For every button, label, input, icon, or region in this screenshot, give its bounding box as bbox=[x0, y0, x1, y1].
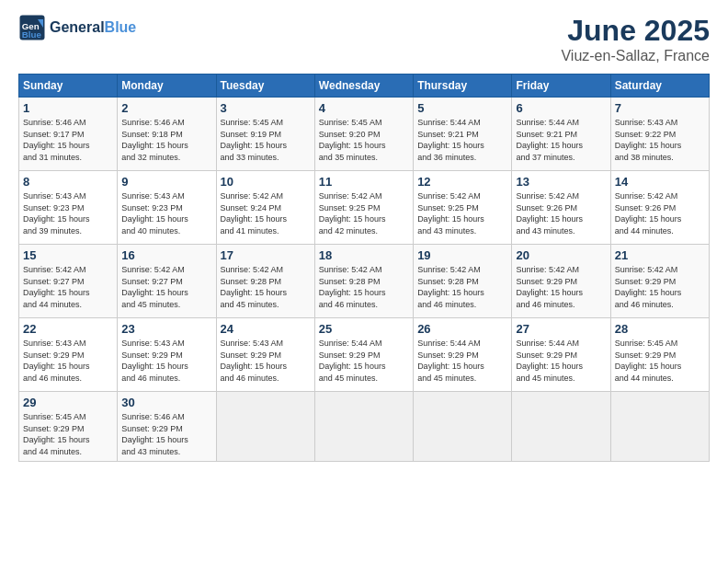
day-detail: Sunrise: 5:43 AM Sunset: 9:29 PM Dayligh… bbox=[23, 338, 113, 384]
day-detail: Sunrise: 5:42 AM Sunset: 9:27 PM Dayligh… bbox=[121, 264, 211, 310]
day-detail: Sunrise: 5:42 AM Sunset: 9:25 PM Dayligh… bbox=[319, 190, 409, 236]
day-detail: Sunrise: 5:45 AM Sunset: 9:29 PM Dayligh… bbox=[615, 338, 705, 384]
calendar-cell: 14 Sunrise: 5:42 AM Sunset: 9:26 PM Dayl… bbox=[610, 171, 709, 245]
calendar-table: Sunday Monday Tuesday Wednesday Thursday… bbox=[18, 74, 710, 462]
calendar-cell: 13 Sunrise: 5:42 AM Sunset: 9:26 PM Dayl… bbox=[512, 171, 610, 245]
day-number: 26 bbox=[417, 322, 507, 336]
calendar-cell: 7 Sunrise: 5:43 AM Sunset: 9:22 PM Dayli… bbox=[610, 98, 709, 171]
subtitle: Viuz-en-Sallaz, France bbox=[561, 48, 710, 64]
day-detail: Sunrise: 5:42 AM Sunset: 9:26 PM Dayligh… bbox=[615, 190, 705, 236]
day-number: 16 bbox=[121, 248, 211, 262]
calendar-body: 1 Sunrise: 5:46 AM Sunset: 9:17 PM Dayli… bbox=[19, 98, 710, 462]
day-number: 21 bbox=[615, 248, 705, 262]
day-number: 28 bbox=[615, 322, 705, 336]
day-detail: Sunrise: 5:46 AM Sunset: 9:18 PM Dayligh… bbox=[121, 117, 211, 163]
calendar-cell: 25 Sunrise: 5:44 AM Sunset: 9:29 PM Dayl… bbox=[314, 318, 413, 392]
col-tuesday: Tuesday bbox=[216, 75, 314, 98]
day-number: 22 bbox=[23, 322, 113, 336]
day-number: 13 bbox=[516, 175, 606, 189]
day-detail: Sunrise: 5:43 AM Sunset: 9:22 PM Dayligh… bbox=[615, 117, 705, 163]
day-detail: Sunrise: 5:42 AM Sunset: 9:29 PM Dayligh… bbox=[516, 264, 606, 310]
day-detail: Sunrise: 5:45 AM Sunset: 9:29 PM Dayligh… bbox=[23, 411, 113, 457]
day-number: 9 bbox=[121, 175, 211, 189]
calendar-cell: 30 Sunrise: 5:46 AM Sunset: 9:29 PM Dayl… bbox=[118, 392, 216, 462]
day-detail: Sunrise: 5:42 AM Sunset: 9:28 PM Dayligh… bbox=[417, 264, 507, 310]
calendar-cell bbox=[610, 392, 709, 462]
day-detail: Sunrise: 5:43 AM Sunset: 9:23 PM Dayligh… bbox=[121, 190, 211, 236]
calendar-cell: 21 Sunrise: 5:42 AM Sunset: 9:29 PM Dayl… bbox=[610, 245, 709, 318]
day-detail: Sunrise: 5:44 AM Sunset: 9:21 PM Dayligh… bbox=[417, 117, 507, 163]
col-saturday: Saturday bbox=[610, 75, 709, 98]
calendar-cell: 1 Sunrise: 5:46 AM Sunset: 9:17 PM Dayli… bbox=[19, 98, 118, 171]
col-wednesday: Wednesday bbox=[314, 75, 413, 98]
logo-icon: Gen Blue bbox=[18, 14, 46, 41]
calendar-cell bbox=[216, 392, 314, 462]
day-number: 29 bbox=[23, 396, 113, 409]
day-number: 3 bbox=[221, 101, 311, 115]
calendar-cell: 6 Sunrise: 5:44 AM Sunset: 9:21 PM Dayli… bbox=[512, 98, 610, 171]
logo-blue: Blue bbox=[105, 19, 137, 35]
col-monday: Monday bbox=[118, 75, 216, 98]
day-detail: Sunrise: 5:46 AM Sunset: 9:17 PM Dayligh… bbox=[23, 117, 113, 163]
calendar-cell: 26 Sunrise: 5:44 AM Sunset: 9:29 PM Dayl… bbox=[414, 318, 512, 392]
day-number: 2 bbox=[121, 101, 211, 115]
calendar-cell: 11 Sunrise: 5:42 AM Sunset: 9:25 PM Dayl… bbox=[314, 171, 413, 245]
day-number: 20 bbox=[516, 248, 606, 262]
day-detail: Sunrise: 5:42 AM Sunset: 9:28 PM Dayligh… bbox=[319, 264, 409, 310]
day-number: 27 bbox=[516, 322, 606, 336]
title-block: June 2025 Viuz-en-Sallaz, France bbox=[561, 14, 710, 64]
col-friday: Friday bbox=[512, 75, 610, 98]
day-detail: Sunrise: 5:43 AM Sunset: 9:29 PM Dayligh… bbox=[221, 338, 311, 384]
calendar-cell: 12 Sunrise: 5:42 AM Sunset: 9:25 PM Dayl… bbox=[414, 171, 512, 245]
calendar-cell bbox=[414, 392, 512, 462]
day-detail: Sunrise: 5:45 AM Sunset: 9:20 PM Dayligh… bbox=[319, 117, 409, 163]
calendar-cell: 28 Sunrise: 5:45 AM Sunset: 9:29 PM Dayl… bbox=[610, 318, 709, 392]
day-number: 11 bbox=[319, 175, 409, 189]
logo-text-block: GeneralBlue bbox=[50, 19, 136, 36]
day-number: 10 bbox=[221, 175, 311, 189]
day-detail: Sunrise: 5:42 AM Sunset: 9:29 PM Dayligh… bbox=[615, 264, 705, 310]
page: Gen Blue GeneralBlue June 2025 Viuz-en-S… bbox=[0, 0, 728, 563]
day-number: 1 bbox=[23, 101, 113, 115]
day-detail: Sunrise: 5:42 AM Sunset: 9:28 PM Dayligh… bbox=[221, 264, 311, 310]
day-number: 15 bbox=[23, 248, 113, 262]
day-detail: Sunrise: 5:44 AM Sunset: 9:21 PM Dayligh… bbox=[516, 117, 606, 163]
calendar-cell bbox=[314, 392, 413, 462]
calendar-cell: 24 Sunrise: 5:43 AM Sunset: 9:29 PM Dayl… bbox=[216, 318, 314, 392]
day-number: 18 bbox=[319, 248, 409, 262]
day-detail: Sunrise: 5:43 AM Sunset: 9:23 PM Dayligh… bbox=[23, 190, 113, 236]
calendar-cell: 19 Sunrise: 5:42 AM Sunset: 9:28 PM Dayl… bbox=[414, 245, 512, 318]
day-detail: Sunrise: 5:44 AM Sunset: 9:29 PM Dayligh… bbox=[417, 338, 507, 384]
day-number: 17 bbox=[221, 248, 311, 262]
day-detail: Sunrise: 5:42 AM Sunset: 9:25 PM Dayligh… bbox=[417, 190, 507, 236]
logo-general: General bbox=[50, 19, 105, 35]
day-number: 24 bbox=[221, 322, 311, 336]
day-detail: Sunrise: 5:42 AM Sunset: 9:24 PM Dayligh… bbox=[221, 190, 311, 236]
calendar-cell: 15 Sunrise: 5:42 AM Sunset: 9:27 PM Dayl… bbox=[19, 245, 118, 318]
logo: Gen Blue GeneralBlue bbox=[18, 14, 136, 41]
calendar-cell: 5 Sunrise: 5:44 AM Sunset: 9:21 PM Dayli… bbox=[414, 98, 512, 171]
day-number: 23 bbox=[121, 322, 211, 336]
day-detail: Sunrise: 5:42 AM Sunset: 9:26 PM Dayligh… bbox=[516, 190, 606, 236]
col-sunday: Sunday bbox=[19, 75, 118, 98]
day-number: 14 bbox=[615, 175, 705, 189]
calendar-cell: 20 Sunrise: 5:42 AM Sunset: 9:29 PM Dayl… bbox=[512, 245, 610, 318]
calendar-cell: 27 Sunrise: 5:44 AM Sunset: 9:29 PM Dayl… bbox=[512, 318, 610, 392]
calendar-cell: 9 Sunrise: 5:43 AM Sunset: 9:23 PM Dayli… bbox=[118, 171, 216, 245]
day-number: 7 bbox=[615, 101, 705, 115]
day-detail: Sunrise: 5:42 AM Sunset: 9:27 PM Dayligh… bbox=[23, 264, 113, 310]
day-detail: Sunrise: 5:43 AM Sunset: 9:29 PM Dayligh… bbox=[121, 338, 211, 384]
calendar-cell: 29 Sunrise: 5:45 AM Sunset: 9:29 PM Dayl… bbox=[19, 392, 118, 462]
calendar-cell: 3 Sunrise: 5:45 AM Sunset: 9:19 PM Dayli… bbox=[216, 98, 314, 171]
header: Gen Blue GeneralBlue June 2025 Viuz-en-S… bbox=[18, 14, 710, 64]
calendar-cell: 23 Sunrise: 5:43 AM Sunset: 9:29 PM Dayl… bbox=[118, 318, 216, 392]
calendar-cell: 2 Sunrise: 5:46 AM Sunset: 9:18 PM Dayli… bbox=[118, 98, 216, 171]
day-number: 30 bbox=[121, 396, 211, 409]
main-title: June 2025 bbox=[561, 14, 710, 48]
day-detail: Sunrise: 5:44 AM Sunset: 9:29 PM Dayligh… bbox=[319, 338, 409, 384]
day-detail: Sunrise: 5:45 AM Sunset: 9:19 PM Dayligh… bbox=[221, 117, 311, 163]
day-detail: Sunrise: 5:46 AM Sunset: 9:29 PM Dayligh… bbox=[121, 411, 211, 457]
day-number: 19 bbox=[417, 248, 507, 262]
calendar-cell: 8 Sunrise: 5:43 AM Sunset: 9:23 PM Dayli… bbox=[19, 171, 118, 245]
calendar-cell: 4 Sunrise: 5:45 AM Sunset: 9:20 PM Dayli… bbox=[314, 98, 413, 171]
